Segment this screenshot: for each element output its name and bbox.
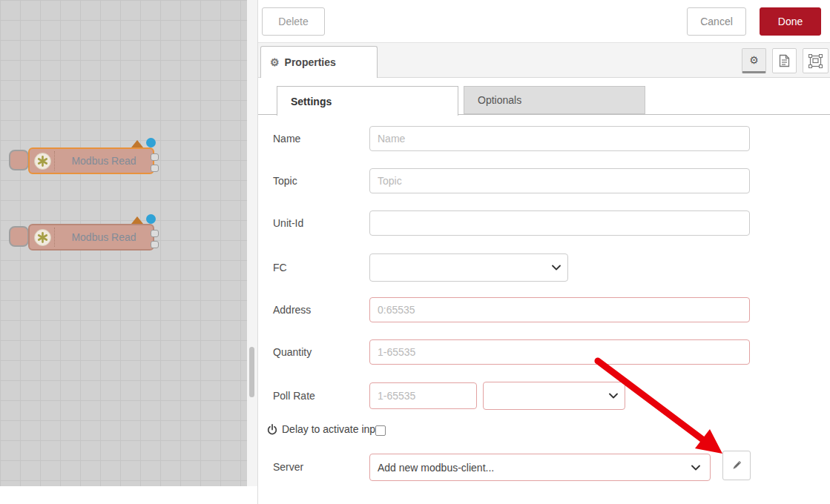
edit-properties-icon-button[interactable]: ⚙ — [742, 48, 766, 73]
node-appearance-icon-button[interactable] — [803, 48, 829, 73]
fc-select[interactable] — [369, 253, 568, 282]
node-output-port-2[interactable] — [151, 165, 159, 172]
modbus-read-node[interactable]: Modbus Read — [28, 224, 154, 251]
properties-tab-label: Properties — [285, 56, 336, 68]
node-icon-divider — [54, 228, 55, 247]
done-button[interactable]: Done — [760, 7, 821, 36]
node-input-port[interactable] — [9, 226, 29, 247]
server-select[interactable]: Add new modbus-client... — [369, 454, 711, 481]
delay-label: Delay to activate input — [282, 423, 384, 435]
modbus-read-node[interactable]: Modbus Read — [28, 147, 154, 174]
node-output-port-1[interactable] — [151, 153, 159, 161]
address-label: Address — [273, 304, 311, 316]
node-description-icon-button[interactable] — [772, 48, 797, 73]
canvas-vertical-scrollbar[interactable] — [247, 0, 257, 486]
pencil-icon — [731, 460, 742, 471]
name-input[interactable] — [369, 126, 750, 151]
quantity-label: Quantity — [273, 346, 312, 358]
tab-properties[interactable]: ⚙ Properties — [260, 46, 378, 78]
scrollbar-thumb[interactable] — [249, 347, 254, 397]
modbus-asterisk-icon — [34, 153, 51, 170]
node-output-port-1[interactable] — [151, 230, 159, 237]
poll-rate-unit-select[interactable] — [483, 382, 625, 410]
node-red-editor: Modbus Read Modbus Read — [0, 0, 830, 504]
delay-checkbox[interactable] — [375, 425, 386, 436]
server-edit-button[interactable] — [722, 451, 751, 480]
modbus-asterisk-icon — [34, 229, 51, 246]
status-dot-icon — [146, 214, 156, 224]
node-output-port-2[interactable] — [151, 241, 159, 248]
warning-triangle-icon — [131, 216, 143, 224]
tab-optionals[interactable]: Optionals — [464, 86, 645, 114]
quantity-input[interactable] — [369, 339, 750, 365]
chevron-down-icon — [552, 265, 561, 271]
topic-label: Topic — [273, 175, 297, 187]
name-label: Name — [273, 133, 300, 145]
tab-settings[interactable]: Settings — [277, 86, 458, 116]
chevron-down-icon — [691, 465, 700, 471]
poll-rate-input[interactable] — [369, 382, 477, 409]
node-icon-divider — [54, 151, 55, 170]
gear-icon: ⚙ — [270, 56, 280, 68]
editor-tabs: Settings Optionals — [258, 86, 830, 115]
chevron-down-icon — [609, 393, 618, 399]
address-input[interactable] — [369, 297, 750, 322]
node-input-port[interactable] — [9, 150, 29, 170]
warning-triangle-icon — [131, 140, 143, 147]
fc-label: FC — [273, 262, 287, 273]
cancel-button[interactable]: Cancel — [687, 7, 746, 36]
unit-id-input[interactable] — [369, 210, 750, 236]
flow-canvas[interactable]: Modbus Read Modbus Read — [0, 0, 247, 486]
server-select-value: Add new modbus-client... — [378, 462, 494, 474]
gear-icon: ⚙ — [749, 54, 759, 66]
unit-id-label: Unit-Id — [273, 217, 303, 229]
topic-input[interactable] — [369, 168, 750, 193]
tray-header: Delete Cancel Done — [258, 0, 830, 43]
document-icon — [779, 54, 790, 67]
poll-rate-label: Poll Rate — [273, 390, 315, 402]
delete-button[interactable]: Delete — [262, 7, 325, 36]
status-dot-icon — [146, 138, 156, 147]
delay-row: Delay to activate input — [267, 423, 384, 435]
server-label: Server — [273, 461, 303, 473]
edit-tray: Delete Cancel Done ⚙ Properties ⚙ — [257, 0, 830, 504]
group-frame-icon — [808, 54, 823, 68]
properties-bar: ⚙ Properties ⚙ — [258, 43, 830, 78]
power-icon — [267, 424, 277, 435]
